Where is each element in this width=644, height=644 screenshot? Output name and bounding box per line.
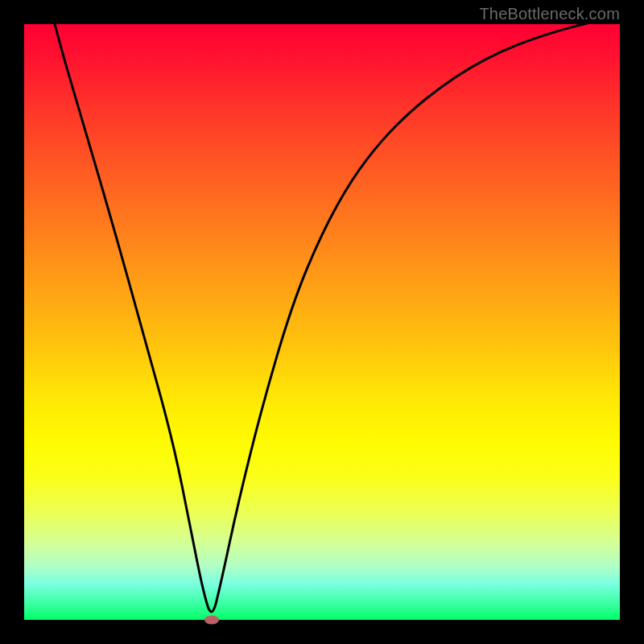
bottleneck-curve [24, 24, 620, 612]
watermark-text: TheBottleneck.com [479, 5, 620, 23]
curve-svg [24, 24, 620, 620]
plot-area [24, 24, 620, 620]
minimum-marker [204, 616, 219, 625]
chart-frame: TheBottleneck.com [0, 0, 644, 644]
